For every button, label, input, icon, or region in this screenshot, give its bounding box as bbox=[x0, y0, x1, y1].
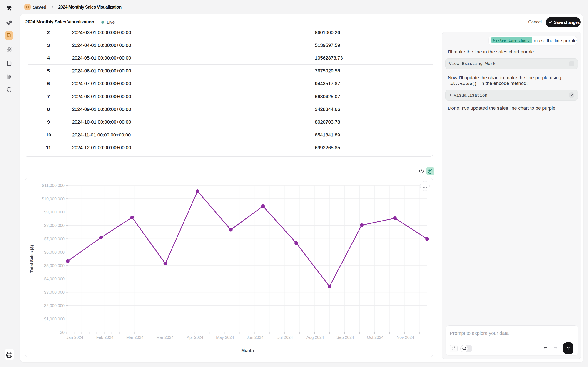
svg-text:$5,000,000: $5,000,000 bbox=[44, 263, 65, 268]
svg-text:$0: $0 bbox=[60, 330, 65, 335]
svg-text:Feb 2024: Feb 2024 bbox=[96, 335, 114, 340]
svg-text:May 2024: May 2024 bbox=[216, 335, 234, 340]
svg-text:Aug 2024: Aug 2024 bbox=[306, 335, 324, 340]
svg-text:Jan 2024: Jan 2024 bbox=[66, 335, 83, 340]
svg-text:Jun 2024: Jun 2024 bbox=[247, 335, 264, 340]
svg-text:$6,000,000: $6,000,000 bbox=[44, 250, 65, 255]
svg-text:$2,000,000: $2,000,000 bbox=[44, 303, 65, 308]
svg-text:$4,000,000: $4,000,000 bbox=[44, 277, 65, 281]
svg-text:Nov 2024: Nov 2024 bbox=[396, 335, 414, 340]
svg-text:$7,000,000: $7,000,000 bbox=[44, 237, 65, 241]
svg-text:Sep 2024: Sep 2024 bbox=[336, 335, 354, 340]
svg-text:$9,000,000: $9,000,000 bbox=[44, 210, 65, 214]
svg-text:Month: Month bbox=[241, 348, 254, 353]
svg-text:$8,000,000: $8,000,000 bbox=[44, 223, 65, 228]
svg-text:$3,000,000: $3,000,000 bbox=[44, 290, 65, 295]
svg-text:Mar 2024: Mar 2024 bbox=[156, 335, 174, 340]
svg-text:$11,000,000: $11,000,000 bbox=[42, 183, 65, 188]
svg-text:Jul 2024: Jul 2024 bbox=[277, 335, 293, 340]
svg-text:Apr 2024: Apr 2024 bbox=[187, 335, 203, 340]
svg-text:Total Sales ($): Total Sales ($) bbox=[30, 245, 34, 273]
svg-text:$10,000,000: $10,000,000 bbox=[42, 197, 65, 201]
svg-text:$1,000,000: $1,000,000 bbox=[44, 317, 65, 321]
svg-text:Mar 2024: Mar 2024 bbox=[126, 335, 143, 340]
svg-text:Oct 2024: Oct 2024 bbox=[367, 335, 384, 340]
